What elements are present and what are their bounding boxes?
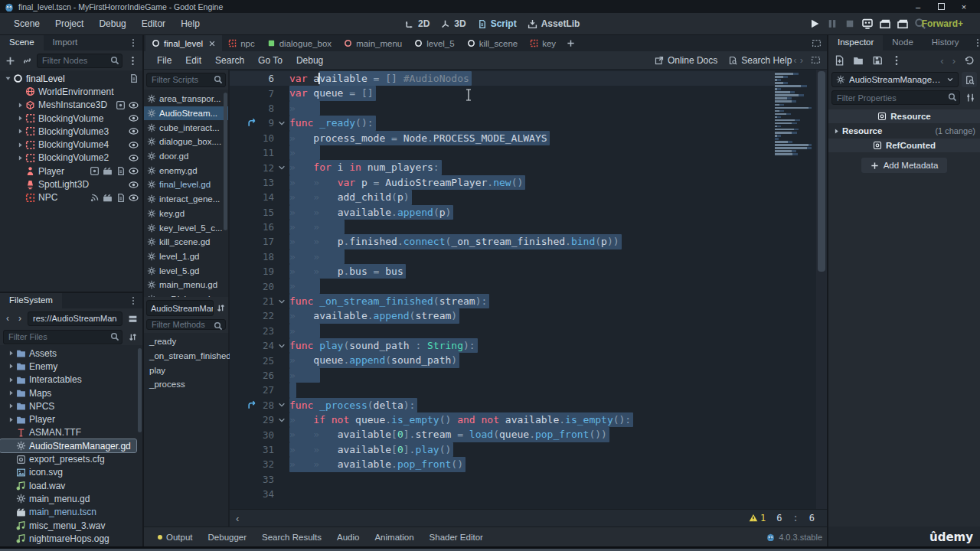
script-list-item[interactable]: level_1.gd [144, 249, 228, 264]
bottom-tab-audio[interactable]: Audio [329, 533, 367, 542]
script-history-forward[interactable]: › [799, 54, 805, 66]
code-line[interactable]: 20 [230, 279, 775, 293]
tree-expander[interactable] [15, 128, 24, 135]
filesystem-row[interactable]: nightmareHops.ogg [0, 532, 136, 545]
scene-tab-level-5[interactable]: level_5 [408, 35, 460, 51]
eye-icon[interactable] [129, 193, 139, 203]
instantiate-scene-button[interactable] [20, 54, 34, 67]
code-line[interactable]: 30available[0].stream = load(queue.pop_f… [230, 427, 775, 442]
inspector-forward-button[interactable]: › [951, 55, 957, 67]
hscroll-left-arrow[interactable]: ‹ [236, 513, 239, 524]
add-node-button[interactable] [3, 54, 17, 67]
scene-tree-row[interactable]: BlockingVolume [0, 112, 142, 125]
tree-expander[interactable] [6, 376, 15, 383]
stop-button[interactable] [844, 18, 856, 30]
fs-path-field[interactable] [28, 311, 122, 326]
code-line[interactable]: 19p.bus = bus [230, 264, 775, 279]
filesystem-row[interactable]: misc_menu_3.wav [0, 519, 136, 532]
load-resource-button[interactable] [851, 54, 865, 67]
code-line[interactable]: 6var available = [] #AudioNodos [230, 71, 775, 86]
tree-expander[interactable] [6, 403, 15, 410]
sort-methods-icon[interactable] [216, 303, 226, 313]
eye-icon[interactable] [129, 100, 139, 110]
filesystem-row[interactable]: Assets [0, 347, 136, 360]
resource-menu-button[interactable] [890, 54, 903, 67]
script-list-item[interactable]: dialogue_box.... [144, 135, 228, 149]
filter-files-input[interactable] [3, 330, 122, 344]
fs-sort-button[interactable] [126, 330, 139, 344]
distraction-free-icon[interactable] [812, 38, 822, 48]
fold-arrow[interactable] [274, 342, 289, 350]
filesystem-row[interactable]: load.wav [0, 479, 136, 492]
filesystem-row[interactable]: Enemy [0, 360, 136, 373]
gizmo-icon[interactable] [116, 100, 126, 110]
method-list-item[interactable]: _ready [144, 334, 228, 349]
script-list-item[interactable]: AudioStream... [144, 106, 228, 121]
code-line[interactable]: 28func _process(delta): [230, 398, 775, 412]
dots-icon[interactable] [969, 38, 980, 47]
scene-tree-row[interactable]: Player [0, 165, 142, 178]
code-line[interactable]: 16 [230, 220, 775, 234]
eye-icon[interactable] [129, 140, 139, 150]
tree-expander[interactable] [6, 416, 15, 423]
menu-editor[interactable]: Editor [134, 18, 173, 29]
workspace-3d[interactable]: 3D [440, 18, 466, 29]
fs-forward-button[interactable]: › [15, 311, 24, 325]
code-line[interactable]: 27 [230, 383, 775, 397]
scene-tree-row[interactable]: MeshInstance3D [0, 99, 142, 112]
new-resource-button[interactable] [832, 54, 846, 67]
script-list-item[interactable]: main_menu.gd [144, 278, 228, 292]
scene-dock-tab-import[interactable]: Import [44, 35, 87, 51]
code-scrollbar[interactable] [816, 70, 827, 509]
help-link-online-docs[interactable]: Online Docs [655, 55, 717, 66]
bottom-tab-animation[interactable]: Animation [367, 533, 421, 542]
code-line[interactable]: 29if not queue.is_empty() and not availa… [230, 412, 775, 427]
code-line[interactable]: 13var p = AudioStreamPlayer.new() [230, 175, 775, 190]
filesystem-row[interactable]: Player [0, 412, 136, 425]
script-menu-edit[interactable]: Edit [178, 55, 208, 66]
script-menu-debug[interactable]: Debug [289, 55, 330, 66]
play-custom-scene-button[interactable] [879, 18, 891, 30]
pause-button[interactable] [826, 18, 838, 30]
fold-arrow[interactable] [274, 164, 289, 171]
script-menu-go-to[interactable]: Go To [251, 55, 289, 66]
scene-tab-main-menu[interactable]: main_menu [338, 35, 408, 51]
groups-icon[interactable] [103, 166, 113, 176]
gizmo-icon[interactable] [90, 166, 100, 176]
attach-script-icon[interactable] [116, 166, 126, 176]
eye-icon[interactable] [129, 153, 139, 163]
tree-expander[interactable] [15, 141, 24, 148]
close-icon[interactable] [208, 40, 216, 47]
code-line[interactable]: 12for i in num_players: [230, 160, 775, 174]
code-line[interactable]: 14add_child(p) [230, 190, 775, 204]
new-scene-tab-button[interactable] [562, 35, 579, 51]
code-line[interactable]: 24func play(sound_path : String): [230, 338, 775, 353]
script-list-item[interactable]: key_level_5_c... [144, 220, 228, 235]
code-line[interactable]: 25queue.append(sound_path) [230, 353, 775, 367]
signal-icon[interactable] [90, 193, 100, 203]
save-resource-button[interactable] [871, 54, 884, 67]
code-line[interactable]: 9func _ready(): [230, 116, 775, 130]
fold-arrow[interactable] [274, 119, 289, 127]
restore-button[interactable] [929, 0, 952, 13]
inspector-back-button[interactable]: ‹ [939, 55, 945, 67]
script-list-scrollbar[interactable] [224, 93, 227, 230]
scene-tree-row[interactable]: SpotLight3D [0, 178, 142, 191]
code-line[interactable]: 33 [230, 472, 775, 487]
filesystem-scrollbar[interactable] [138, 348, 142, 432]
code-minimap[interactable] [775, 73, 813, 501]
code-line[interactable]: 32available.pop_front() [230, 457, 775, 471]
fold-arrow[interactable] [274, 298, 289, 305]
code-line[interactable]: 11 [230, 145, 775, 160]
script-list-item[interactable]: door.gd [144, 149, 228, 164]
scene-tree-row[interactable]: BlockingVolume4 [0, 138, 142, 151]
workspace-assetlib[interactable]: AssetLib [528, 18, 580, 29]
filter-properties-input[interactable] [831, 90, 960, 105]
groups-icon[interactable] [103, 193, 113, 203]
fold-arrow[interactable] [274, 401, 289, 409]
menu-debug[interactable]: Debug [91, 18, 133, 29]
code-line[interactable]: 31available[0].play() [230, 442, 775, 457]
close-button[interactable]: × [952, 0, 975, 13]
property-filter-options-button[interactable] [963, 91, 977, 105]
code-line[interactable]: 26 [230, 368, 775, 383]
